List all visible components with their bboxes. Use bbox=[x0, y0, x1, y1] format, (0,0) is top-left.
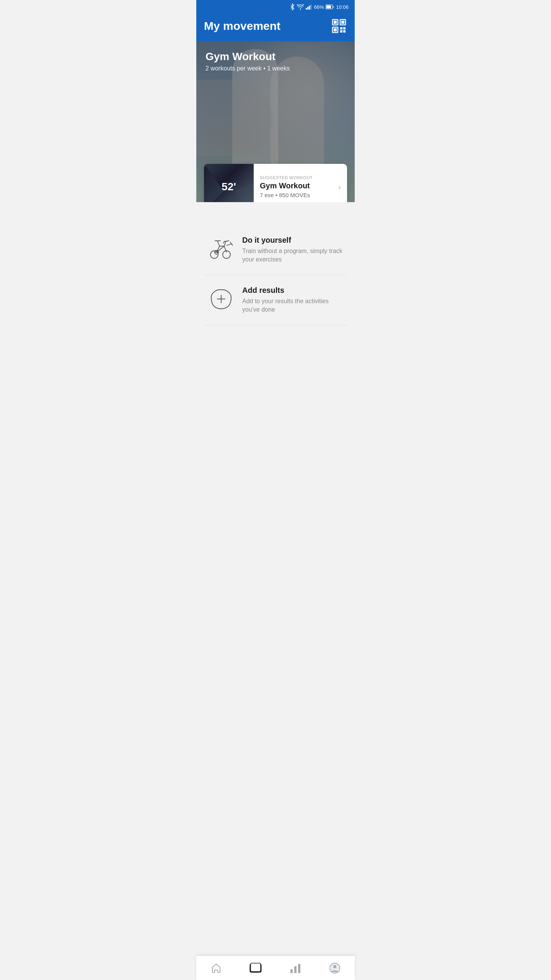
add-results-text: Add results Add to your results the acti… bbox=[242, 286, 343, 314]
svg-point-26 bbox=[210, 251, 218, 258]
add-results-description: Add to your results the activities you'v… bbox=[242, 297, 343, 314]
workout-duration: 52' bbox=[222, 181, 236, 193]
hero-section: Gym Workout 2 workouts per week • 1 week… bbox=[196, 41, 355, 202]
svg-point-41 bbox=[333, 965, 336, 968]
plus-badge-icon bbox=[209, 287, 234, 312]
svg-rect-13 bbox=[343, 27, 346, 29]
bottom-navigation bbox=[196, 956, 355, 980]
svg-rect-9 bbox=[341, 21, 344, 24]
svg-rect-15 bbox=[343, 30, 346, 33]
svg-rect-36 bbox=[290, 969, 293, 973]
svg-rect-7 bbox=[334, 21, 337, 24]
do-it-yourself-title: Do it yourself bbox=[242, 236, 343, 245]
signal-icon bbox=[306, 4, 312, 10]
svg-rect-11 bbox=[334, 28, 337, 31]
nav-stats[interactable] bbox=[276, 956, 315, 980]
suggested-workout-card[interactable]: 52' SUGGESTED WORKOUT Gym Workout 7 exe … bbox=[204, 164, 347, 202]
svg-line-29 bbox=[227, 244, 232, 245]
hero-title: Gym Workout bbox=[205, 51, 290, 63]
bar-chart-icon bbox=[289, 961, 302, 975]
app-header: My movement bbox=[196, 14, 355, 41]
profile-circle-icon bbox=[328, 961, 342, 975]
workout-thumbnail: 52' bbox=[204, 164, 254, 202]
svg-rect-35 bbox=[251, 963, 261, 972]
svg-line-18 bbox=[224, 242, 226, 246]
workout-label: SUGGESTED WORKOUT bbox=[260, 175, 332, 180]
svg-rect-5 bbox=[326, 5, 331, 8]
add-results-icon-container bbox=[208, 286, 235, 313]
battery-percent: 66% bbox=[314, 4, 324, 10]
svg-line-16 bbox=[217, 241, 220, 246]
add-results-title: Add results bbox=[242, 286, 343, 295]
qr-icon bbox=[332, 19, 346, 33]
svg-rect-37 bbox=[294, 966, 297, 973]
do-it-yourself-description: Train without a program, simply track yo… bbox=[242, 247, 343, 264]
bluetooth-icon bbox=[290, 3, 295, 10]
do-it-yourself-text: Do it yourself Train without a program, … bbox=[242, 236, 343, 264]
bike-icon bbox=[209, 238, 234, 261]
svg-rect-2 bbox=[309, 6, 310, 10]
add-results-item[interactable]: Add results Add to your results the acti… bbox=[204, 275, 347, 325]
workout-info: SUGGESTED WORKOUT Gym Workout 7 exe • 85… bbox=[254, 169, 338, 202]
svg-rect-12 bbox=[340, 27, 342, 29]
nav-workout[interactable] bbox=[236, 956, 276, 980]
battery-icon bbox=[326, 5, 334, 9]
workout-arrow-icon: › bbox=[338, 183, 347, 191]
home-icon bbox=[209, 961, 223, 975]
hero-subtitle: 2 workouts per week • 1 weeks bbox=[205, 65, 290, 72]
page-title: My movement bbox=[204, 20, 280, 33]
wifi-icon bbox=[297, 4, 304, 10]
status-bar: 66% 10:06 bbox=[196, 0, 355, 14]
workout-name: Gym Workout bbox=[260, 181, 332, 190]
nav-profile[interactable] bbox=[315, 956, 355, 980]
time-display: 10:06 bbox=[336, 4, 349, 10]
content-section: Do it yourself Train without a program, … bbox=[196, 202, 355, 364]
bike-icon-container bbox=[208, 236, 235, 263]
nav-home[interactable] bbox=[196, 956, 236, 980]
svg-line-20 bbox=[223, 242, 224, 243]
workout-meta: 7 exe • 850 MOVEs bbox=[260, 192, 332, 198]
svg-rect-3 bbox=[310, 5, 311, 10]
do-it-yourself-item[interactable]: Do it yourself Train without a program, … bbox=[204, 225, 347, 275]
svg-rect-1 bbox=[307, 7, 308, 10]
svg-rect-0 bbox=[306, 8, 307, 10]
qr-code-button[interactable] bbox=[332, 18, 347, 34]
svg-line-19 bbox=[224, 241, 229, 242]
status-icons: 66% 10:06 bbox=[290, 3, 349, 10]
svg-rect-14 bbox=[340, 30, 342, 33]
svg-rect-38 bbox=[298, 964, 300, 973]
cards-icon bbox=[249, 961, 262, 975]
hero-text-container: Gym Workout 2 workouts per week • 1 week… bbox=[205, 51, 290, 72]
